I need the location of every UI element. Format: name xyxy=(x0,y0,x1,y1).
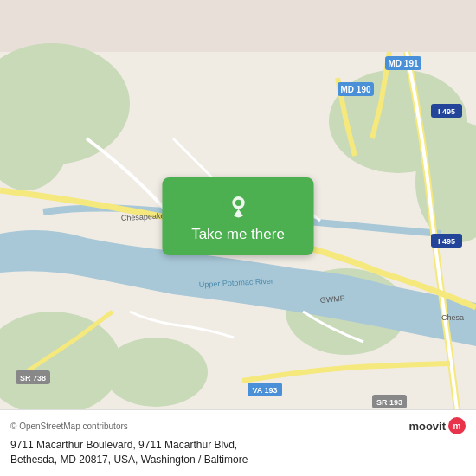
svg-point-6 xyxy=(104,338,208,407)
moovit-logo: moovit m xyxy=(408,417,466,434)
button-label: Take me there xyxy=(191,226,285,243)
moovit-wordmark: moovit xyxy=(408,420,446,433)
location-pin-icon xyxy=(222,190,254,221)
svg-text:MD 190: MD 190 xyxy=(340,85,370,94)
svg-text:I 495: I 495 xyxy=(438,237,455,246)
svg-text:SR 193: SR 193 xyxy=(376,398,402,407)
map-container: Chesapeake and Ohio Canal Upper Potomac … xyxy=(0,0,476,476)
svg-point-28 xyxy=(235,200,241,206)
svg-text:I 495: I 495 xyxy=(438,107,455,116)
svg-text:Chesa: Chesa xyxy=(441,313,464,322)
copyright-row: © OpenStreetMap contributors moovit m xyxy=(10,417,466,434)
svg-text:VA 193: VA 193 xyxy=(252,386,277,395)
copyright-text: © OpenStreetMap contributors xyxy=(10,421,128,431)
svg-text:SR 738: SR 738 xyxy=(20,374,46,383)
svg-text:MD 191: MD 191 xyxy=(388,59,418,68)
take-me-there-button[interactable]: Take me there xyxy=(163,177,314,255)
bottom-panel: © OpenStreetMap contributors moovit m 97… xyxy=(0,409,476,476)
address-text: 9711 Macarthur Boulevard, 9711 Macarthur… xyxy=(10,438,466,467)
moovit-icon: m xyxy=(448,417,466,434)
